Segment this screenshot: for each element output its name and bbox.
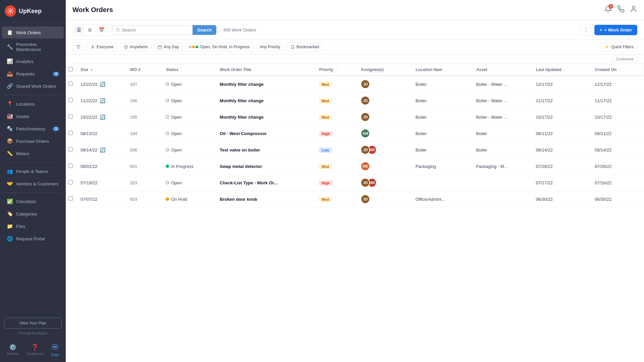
table-row[interactable]: 07/19/22 203 Open Check-List Type - Work…: [66, 175, 644, 191]
add-work-order-button[interactable]: + + Work Order: [594, 25, 637, 35]
col-status[interactable]: Status ⋮: [162, 64, 216, 76]
location-filter-button[interactable]: Anywhere: [120, 43, 151, 51]
notifications-button[interactable]: 5: [604, 5, 612, 14]
col-asset-menu[interactable]: ⋮: [489, 68, 492, 72]
search-button[interactable]: Search: [193, 25, 216, 35]
customize-button[interactable]: Customize: [612, 56, 637, 62]
bookmarked-filter-button[interactable]: Bookmarked: [287, 43, 323, 51]
row-checkbox-cell: [66, 93, 76, 109]
col-created-on[interactable]: Created On ⋮: [591, 64, 644, 76]
assignee-filter-icon: [91, 45, 95, 49]
status-filter-button[interactable]: Open, On Hold, In Progress: [185, 43, 253, 51]
table-row[interactable]: 07/07/22 003 On Hold Broken door knob Me…: [66, 191, 644, 207]
sidebar-item-work-orders[interactable]: 📋 Work Orders: [2, 26, 64, 39]
notification-badge: 5: [608, 4, 613, 9]
table-row[interactable]: 08/13/22 194 Open Oil - West Compressor …: [66, 125, 644, 142]
row-checkbox[interactable]: [68, 81, 73, 86]
row-title[interactable]: Test valve on boiler: [216, 142, 315, 158]
sidebar-item-vendors-customers[interactable]: 🤝 Vendors & Customers: [2, 178, 64, 190]
row-title[interactable]: Broken door knob: [216, 191, 315, 207]
provide-feedback-link[interactable]: Provide feedback: [19, 331, 47, 335]
row-checkbox[interactable]: [68, 180, 73, 184]
logo[interactable]: UpKeep: [0, 0, 66, 22]
table-container: Due ▾ ⋮ WO # ⋮ Status ⋮ Work Order Title: [66, 64, 644, 362]
col-status-menu[interactable]: ⋮: [180, 68, 183, 72]
sidebar-item-assets[interactable]: 🏭 Assets: [2, 110, 64, 122]
row-checkbox[interactable]: [68, 164, 73, 168]
col-last-updated-menu[interactable]: ⋮: [563, 68, 567, 72]
sidebar-item-categories[interactable]: 🏷️ Categories: [2, 208, 64, 220]
location-filter-label: Anywhere: [130, 45, 148, 49]
svg-marker-5: [76, 45, 80, 49]
row-checkbox[interactable]: [68, 98, 73, 102]
col-wo-menu[interactable]: ⋮: [142, 68, 146, 72]
shared-work-orders-icon: 🔗: [7, 83, 13, 89]
table-row[interactable]: 08/01/22 001 In Progress Swap metal dete…: [66, 158, 644, 175]
col-priority[interactable]: Priority ⋮: [315, 64, 357, 76]
col-due-menu[interactable]: ⋮: [94, 68, 97, 72]
row-assignees: RB: [357, 158, 412, 175]
row-title[interactable]: Oil - West Compressor: [216, 125, 315, 142]
col-title[interactable]: Work Order Title ⋮: [216, 64, 315, 76]
col-priority-menu[interactable]: ⋮: [335, 68, 338, 72]
more-options-button[interactable]: ⋮: [580, 24, 592, 36]
sidebar-item-analytics[interactable]: 📊 Analytics: [2, 55, 64, 67]
row-checkbox[interactable]: [68, 131, 73, 135]
sidebar: UpKeep 📋 Work Orders 🔧 Preventive Mainte…: [0, 0, 66, 362]
user-menu-button[interactable]: [630, 5, 637, 14]
date-filter-button[interactable]: Any Day: [154, 43, 182, 51]
sidebar-item-files[interactable]: 📁 Files: [2, 220, 64, 232]
list-view-button[interactable]: ☰: [74, 26, 84, 34]
sidebar-item-checklists[interactable]: ✅ Checklists: [2, 195, 64, 207]
sidebar-item-request-portal[interactable]: 🌐 Request Portal: [2, 233, 64, 245]
col-created-on-menu[interactable]: ⋮: [618, 68, 622, 72]
sidebar-item-preventive-maintenance[interactable]: 🔧 Preventive Maintenance: [2, 39, 64, 55]
footer-edge[interactable]: Edge: [51, 344, 59, 357]
col-wo[interactable]: WO # ⋮: [126, 64, 162, 76]
table-row[interactable]: 08/14/22 🔄 006 Open Test valve on boiler…: [66, 142, 644, 158]
select-all-input[interactable]: [68, 67, 73, 71]
grid-view-button[interactable]: ⊞: [85, 26, 95, 34]
row-title[interactable]: Check-List Type - Work Or...: [216, 175, 315, 191]
select-all-checkbox[interactable]: [66, 64, 76, 76]
quick-filters-button[interactable]: ⚡ Quick Filters: [601, 43, 637, 51]
col-asset[interactable]: Asset ⋮: [472, 64, 532, 76]
avatar: AM: [361, 129, 370, 138]
view-plan-button[interactable]: View Your Plan: [4, 318, 62, 328]
col-last-updated[interactable]: Last Updated ⋮: [532, 64, 591, 76]
sidebar-item-requests[interactable]: 📥 Requests 1: [2, 68, 64, 80]
table-row[interactable]: 10/22/22 🔄 195 Open Monthly filter chang…: [66, 109, 644, 125]
footer-settings[interactable]: ⚙️ Settings: [7, 344, 19, 357]
sidebar-item-meters[interactable]: 📏 Meters: [2, 147, 64, 160]
sidebar-item-people-teams[interactable]: 👥 People & Teams: [2, 165, 64, 177]
col-location-menu[interactable]: ⋮: [444, 68, 447, 72]
filter-icon-button[interactable]: [72, 43, 84, 51]
col-location[interactable]: Location Nam ⋮: [412, 64, 472, 76]
row-location: Boiler: [412, 125, 472, 142]
row-checkbox[interactable]: [68, 147, 73, 152]
sidebar-item-shared-work-orders[interactable]: 🔗 Shared Work Orders: [2, 80, 64, 92]
col-assignees-menu[interactable]: ⋮: [385, 68, 389, 72]
row-checkbox[interactable]: [68, 114, 73, 119]
row-checkbox-cell: [66, 158, 76, 175]
row-title[interactable]: Monthly filter change: [216, 93, 315, 109]
table-row[interactable]: 11/22/22 🔄 196 Open Monthly filter chang…: [66, 93, 644, 109]
col-title-menu[interactable]: ⋮: [253, 68, 257, 72]
calendar-view-button[interactable]: 📅: [96, 26, 107, 34]
search-input[interactable]: [122, 27, 189, 33]
row-title[interactable]: Monthly filter change: [216, 76, 315, 93]
footer-contact-us[interactable]: ❓ Contact Us: [27, 344, 43, 357]
assignee-filter-button[interactable]: Everyone: [87, 43, 117, 51]
priority-filter-button[interactable]: Any Priority: [256, 43, 284, 51]
sidebar-item-purchase-orders[interactable]: 📦 Purchase Orders: [2, 135, 64, 147]
sidebar-item-parts-inventory[interactable]: 🔩 Parts/Inventory 1: [2, 123, 64, 135]
row-checkbox[interactable]: [68, 196, 73, 201]
col-assignees[interactable]: Assignee(s) ⋮: [357, 64, 412, 76]
alerts-button[interactable]: [617, 5, 625, 14]
sidebar-item-locations[interactable]: 📍 Locations: [2, 98, 64, 110]
table-row[interactable]: 12/22/22 🔄 197 Open Monthly filter chang…: [66, 76, 644, 93]
row-title[interactable]: Swap metal detector: [216, 158, 315, 175]
row-title[interactable]: Monthly filter change: [216, 109, 315, 125]
sidebar-label-files: Files: [16, 224, 25, 229]
col-due[interactable]: Due ▾ ⋮: [76, 64, 126, 76]
